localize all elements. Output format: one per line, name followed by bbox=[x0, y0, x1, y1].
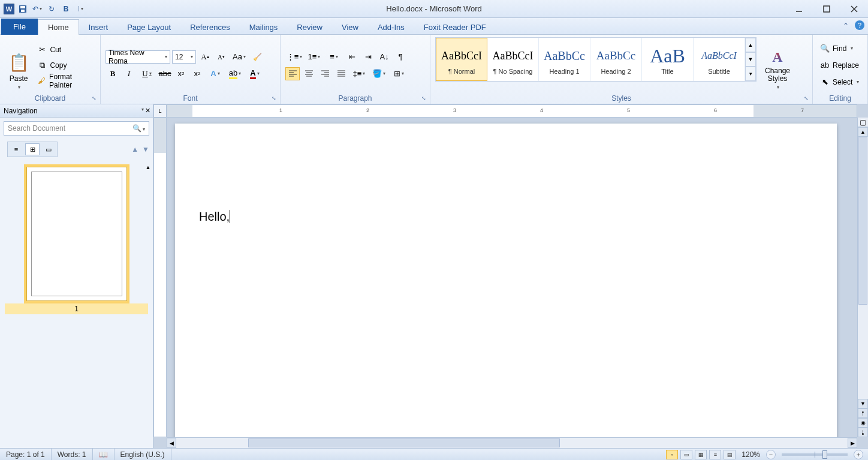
paragraph-launcher[interactable]: ⤡ bbox=[421, 95, 429, 103]
hscroll-thumb[interactable] bbox=[248, 438, 560, 447]
shrink-font-button[interactable]: A▾ bbox=[214, 50, 228, 64]
style-item-heading-2[interactable]: AaBbCcHeading 2 bbox=[590, 38, 642, 81]
justify-button[interactable] bbox=[334, 67, 348, 80]
qat-customize[interactable]: ▾ bbox=[74, 3, 86, 15]
superscript-button[interactable]: x2 bbox=[190, 67, 204, 80]
ruler-toggle-button[interactable]: ▢ bbox=[858, 118, 868, 127]
status-proofing[interactable]: 📖 bbox=[93, 449, 114, 460]
bold-button[interactable]: B bbox=[106, 67, 120, 80]
numbering-button[interactable]: 1≡▾ bbox=[305, 50, 323, 64]
bold-qat-button[interactable]: B bbox=[60, 3, 72, 15]
find-button[interactable]: 🔍Find▾ bbox=[818, 42, 861, 55]
status-words[interactable]: Words: 1 bbox=[52, 449, 93, 460]
navigation-search[interactable]: Search Document 🔍▾ bbox=[4, 121, 149, 136]
vertical-ruler[interactable] bbox=[153, 118, 167, 437]
full-screen-view[interactable]: ▭ bbox=[680, 450, 692, 459]
italic-button[interactable]: I bbox=[122, 67, 136, 80]
page-thumbnail[interactable]: 1 bbox=[5, 164, 148, 314]
tab-insert[interactable]: Insert bbox=[79, 20, 118, 35]
scroll-thumb[interactable] bbox=[858, 137, 867, 305]
undo-button[interactable]: ↶▾ bbox=[31, 3, 43, 15]
tab-page-layout[interactable]: Page Layout bbox=[117, 20, 180, 35]
paste-button[interactable]: 📋 Paste ▾ bbox=[5, 37, 32, 90]
horizontal-ruler[interactable]: 1234567 bbox=[167, 104, 857, 118]
increase-indent-button[interactable]: ⇥ bbox=[361, 50, 375, 64]
nav-tab-headings[interactable]: ≡ bbox=[9, 143, 23, 155]
subscript-button[interactable]: x2 bbox=[174, 67, 188, 80]
zoom-slider[interactable] bbox=[782, 453, 848, 456]
tab-references[interactable]: References bbox=[180, 20, 239, 35]
maximize-button[interactable] bbox=[813, 0, 840, 18]
browse-object-button[interactable]: ◉ bbox=[858, 418, 868, 428]
style-item-title[interactable]: AaBTitle bbox=[642, 38, 694, 81]
tab-review[interactable]: Review bbox=[287, 20, 332, 35]
nav-scrollbar[interactable]: ▲ bbox=[144, 164, 152, 443]
draft-view[interactable]: ▤ bbox=[724, 450, 736, 459]
close-button[interactable] bbox=[840, 0, 868, 18]
align-left-button[interactable] bbox=[285, 67, 300, 80]
page[interactable]: Hello, bbox=[175, 124, 837, 437]
outline-view[interactable]: ≡ bbox=[709, 450, 721, 459]
decrease-indent-button[interactable]: ⇤ bbox=[345, 50, 359, 64]
highlight-button[interactable]: ab▾ bbox=[226, 67, 244, 80]
align-center-button[interactable] bbox=[302, 67, 316, 80]
styles-row-down[interactable]: ▼ bbox=[745, 52, 756, 67]
nav-tab-pages[interactable]: ⊞ bbox=[25, 143, 40, 155]
document-text[interactable]: Hello, bbox=[199, 210, 230, 224]
minimize-button[interactable] bbox=[785, 0, 813, 18]
next-page-button[interactable]: ⭳ bbox=[858, 428, 868, 437]
select-button[interactable]: ⬉Select▾ bbox=[818, 76, 861, 89]
ruler-tab-selector[interactable]: L bbox=[153, 104, 167, 118]
zoom-in-button[interactable]: + bbox=[854, 450, 863, 459]
line-spacing-button[interactable]: ‡≡▾ bbox=[350, 67, 368, 80]
redo-button[interactable]: ↻ bbox=[46, 3, 58, 15]
web-layout-view[interactable]: ▦ bbox=[695, 450, 707, 459]
tab-foxit[interactable]: Foxit Reader PDF bbox=[414, 20, 496, 35]
status-page[interactable]: Page: 1 of 1 bbox=[0, 449, 52, 460]
show-marks-button[interactable]: ¶ bbox=[393, 50, 408, 64]
status-language[interactable]: English (U.S.) bbox=[114, 449, 171, 460]
style-item---no-spacing[interactable]: AaBbCcI¶ No Spacing bbox=[487, 38, 539, 81]
font-name-combo[interactable]: Times New Roma▾ bbox=[106, 50, 170, 64]
tab-file[interactable]: File bbox=[1, 19, 38, 35]
styles-expand[interactable]: ▾ bbox=[745, 67, 756, 81]
minimize-ribbon-button[interactable]: ⌃ bbox=[840, 20, 851, 31]
vertical-scrollbar[interactable]: ▢ ▲ ▼ ⭱ ◉ ⭳ bbox=[857, 118, 868, 437]
clear-formatting-button[interactable]: 🧹 bbox=[250, 50, 264, 64]
sort-button[interactable]: A↓ bbox=[377, 50, 391, 64]
format-painter-button[interactable]: 🖌Format Painter bbox=[35, 74, 95, 88]
shading-button[interactable]: 🪣▾ bbox=[370, 67, 388, 80]
replace-button[interactable]: abReplace bbox=[818, 59, 861, 72]
tab-addins[interactable]: Add-Ins bbox=[368, 20, 414, 35]
scroll-down-button[interactable]: ▼ bbox=[858, 399, 868, 408]
scroll-right-button[interactable]: ▶ bbox=[848, 438, 857, 448]
save-button[interactable] bbox=[17, 3, 29, 15]
scroll-left-button[interactable]: ◀ bbox=[167, 438, 176, 448]
tab-view[interactable]: View bbox=[332, 20, 368, 35]
scroll-up-button[interactable]: ▲ bbox=[858, 127, 868, 137]
styles-launcher[interactable]: ⤡ bbox=[804, 95, 811, 103]
style-item-heading-1[interactable]: AaBbCcHeading 1 bbox=[539, 38, 590, 81]
borders-button[interactable]: ⊞▾ bbox=[390, 67, 408, 80]
copy-button[interactable]: ⧉Copy bbox=[35, 59, 95, 72]
underline-button[interactable]: U▾ bbox=[138, 67, 156, 80]
change-styles-button[interactable]: A Change Styles ▾ bbox=[759, 37, 796, 90]
style-item---normal[interactable]: AaBbCcI¶ Normal bbox=[436, 38, 487, 81]
nav-tab-results[interactable]: ▭ bbox=[41, 143, 56, 155]
bullets-button[interactable]: ⋮≡▾ bbox=[285, 50, 303, 64]
cut-button[interactable]: ✂Cut bbox=[35, 43, 95, 56]
style-item-subtitle[interactable]: AaBbCcISubtitle bbox=[694, 38, 745, 81]
nav-dropdown[interactable]: ▾ bbox=[141, 107, 144, 115]
font-launcher[interactable]: ⤡ bbox=[272, 95, 279, 103]
print-layout-view[interactable]: ▫ bbox=[666, 450, 678, 459]
tab-mailings[interactable]: Mailings bbox=[240, 20, 288, 35]
nav-prev-button[interactable]: ▲ bbox=[131, 145, 138, 154]
font-size-combo[interactable]: 12▾ bbox=[172, 50, 196, 64]
help-button[interactable]: ? bbox=[855, 20, 864, 30]
align-right-button[interactable] bbox=[318, 67, 332, 80]
change-case-button[interactable]: Aa▾ bbox=[230, 50, 248, 64]
zoom-level[interactable]: 120% bbox=[742, 450, 760, 459]
nav-close-button[interactable]: ✕ bbox=[145, 107, 150, 115]
clipboard-launcher[interactable]: ⤡ bbox=[92, 95, 99, 103]
strikethrough-button[interactable]: abc bbox=[158, 67, 172, 80]
